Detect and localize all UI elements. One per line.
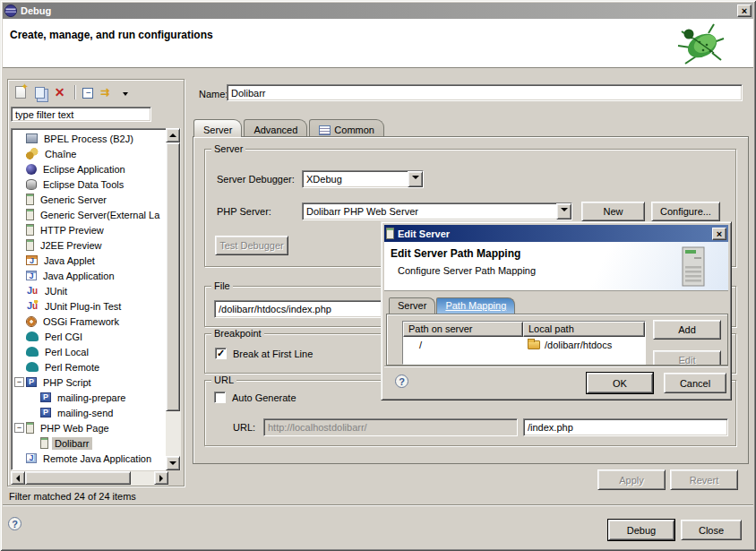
tab-dialog-server[interactable]: Server xyxy=(389,297,435,314)
tree-item-perl-remote[interactable]: Perl Remote xyxy=(12,359,168,375)
tab-advanced[interactable]: Advanced xyxy=(244,119,307,137)
scroll-down-icon[interactable] xyxy=(166,456,180,470)
duplicate-configuration-icon[interactable] xyxy=(35,87,45,99)
tab-server-label: Server xyxy=(203,125,232,135)
url-path-input[interactable] xyxy=(523,418,728,436)
tree-item-j2ee-preview[interactable]: J2EE Preview xyxy=(12,237,168,253)
column-local-path[interactable]: Local path xyxy=(523,322,645,337)
table-row[interactable]: / /dolibarr/htdocs xyxy=(403,337,645,353)
close-button[interactable]: Close xyxy=(681,520,742,540)
revert-button[interactable]: Revert xyxy=(670,469,738,490)
tree-item-php-web-page[interactable]: −PHP Web Page xyxy=(12,420,168,435)
new-configuration-icon[interactable] xyxy=(15,86,26,99)
debug-configurations-window: Debug × Create, manage, and run configur… xyxy=(0,0,756,551)
tree-item-label: mailing-send xyxy=(55,407,116,419)
horizontal-scroll-thumb[interactable] xyxy=(25,471,131,485)
tree-item-perl-local[interactable]: Perl Local xyxy=(12,344,168,359)
scroll-up-icon[interactable] xyxy=(166,128,180,142)
tree-indent xyxy=(14,347,24,357)
edit-server-tabs: Server Path Mapping xyxy=(389,297,516,314)
ok-button[interactable]: OK xyxy=(587,373,653,393)
configure-button[interactable]: Configure... xyxy=(651,202,720,221)
tab-common[interactable]: Common xyxy=(309,119,384,137)
dialog-help-icon[interactable]: ? xyxy=(395,375,408,388)
window-title: Debug xyxy=(21,5,51,16)
server-type-icon xyxy=(26,224,34,236)
url-group-title: URL xyxy=(211,375,236,385)
vertical-scroll-thumb[interactable] xyxy=(166,142,180,411)
tab-server[interactable]: Server xyxy=(193,119,242,137)
server-type-icon xyxy=(26,194,34,205)
window-titlebar[interactable]: Debug × xyxy=(3,3,753,19)
delete-configuration-icon[interactable]: ✕ xyxy=(52,85,67,99)
tree-horizontal-scrollbar[interactable] xyxy=(11,471,168,486)
tree-item-dolibarr[interactable]: Dolibarr xyxy=(26,435,168,451)
type-filter-input[interactable] xyxy=(11,107,151,122)
tree-item-java-application[interactable]: JJava Application xyxy=(12,268,168,283)
server-type-icon xyxy=(26,422,34,434)
apply-button[interactable]: Apply xyxy=(597,469,666,490)
edit-server-titlebar[interactable]: Edit Server × xyxy=(384,225,728,242)
tree-indent xyxy=(14,133,24,143)
rjava-type-icon: J xyxy=(26,453,37,463)
tree-item-osgi-framework[interactable]: OSGi Framework xyxy=(12,314,168,329)
tree-item-cha-ne[interactable]: Chaîne xyxy=(12,146,168,161)
path-mapping-table[interactable]: Path on server Local path / /dolibarr/ht… xyxy=(402,321,646,365)
tree-item-label: Perl Local xyxy=(42,346,91,358)
collapse-toggle-icon[interactable]: − xyxy=(14,377,24,387)
tree-item-junit[interactable]: JUnit xyxy=(12,283,168,298)
tree-item-generic-server[interactable]: Generic Server xyxy=(12,192,168,207)
debug-bug-icon xyxy=(673,22,725,67)
scroll-left-icon[interactable] xyxy=(11,471,25,485)
tab-common-label: Common xyxy=(334,125,374,135)
test-debugger-button[interactable]: Test Debugger xyxy=(215,236,288,255)
break-first-line-checkbox[interactable] xyxy=(215,348,227,359)
server-debugger-select[interactable]: XDebug xyxy=(302,170,424,188)
help-icon[interactable]: ? xyxy=(8,517,21,530)
debug-button[interactable]: Debug xyxy=(608,520,674,540)
toolbar-menu-dropdown-icon[interactable] xyxy=(123,92,128,99)
collapse-all-icon[interactable] xyxy=(82,88,93,99)
page-title: Create, manage, and run configurations xyxy=(10,29,213,41)
tree-item-generic-server-external-la[interactable]: Generic Server(External La xyxy=(12,207,168,222)
tree-item-eclipse-application[interactable]: Eclipse Application xyxy=(12,161,168,176)
auto-generate-checkbox[interactable] xyxy=(214,392,226,403)
column-path-on-server[interactable]: Path on server xyxy=(403,322,523,337)
tree-item-mailing-prepare[interactable]: Pmailing-prepare xyxy=(26,390,168,405)
tree-item-java-applet[interactable]: JJava Applet xyxy=(12,253,168,268)
osgi-type-icon xyxy=(26,316,37,327)
tree-item-label: OSGi Framework xyxy=(40,315,122,328)
window-close-icon[interactable]: × xyxy=(737,4,752,17)
path-mapping-content: Path on server Local path / /dolibarr/ht… xyxy=(386,314,728,366)
tree-item-php-script[interactable]: −PPHP Script xyxy=(12,375,168,390)
folder-icon xyxy=(528,340,540,349)
filter-options-icon[interactable]: ⇉ xyxy=(100,85,116,99)
local-path-value: /dolibarr/htdocs xyxy=(545,340,612,350)
dropdown-arrow-icon[interactable] xyxy=(408,171,423,187)
dropdown-arrow-icon[interactable] xyxy=(556,203,571,220)
new-server-button[interactable]: New xyxy=(581,202,645,221)
tree-item-remote-java-application[interactable]: JRemote Java Application xyxy=(12,451,168,466)
tree-item-junit-plug-in-test[interactable]: JUnit Plug-in Test xyxy=(12,298,168,314)
tree-vertical-scrollbar[interactable] xyxy=(166,128,181,470)
tree-item-http-preview[interactable]: HTTP Preview xyxy=(12,222,168,237)
tree-item-mailing-send[interactable]: Pmailing-send xyxy=(26,405,168,420)
tree-item-perl-cgi[interactable]: Perl CGI xyxy=(12,329,168,344)
add-mapping-button[interactable]: Add xyxy=(653,320,721,340)
tab-path-mapping[interactable]: Path Mapping xyxy=(436,297,515,314)
scroll-right-icon[interactable] xyxy=(154,471,168,485)
tree-item-eclipse-data-tools[interactable]: Eclipse Data Tools xyxy=(12,176,168,192)
tree-item-bpel-process-b2j[interactable]: BPEL Process (B2J) xyxy=(12,131,168,146)
tree-indent xyxy=(14,271,24,280)
edit-mapping-button[interactable]: Edit xyxy=(653,350,721,366)
php-server-select[interactable]: Dolibarr PHP Web Server xyxy=(302,202,572,220)
collapse-toggle-icon[interactable]: − xyxy=(14,423,24,433)
tree-indent xyxy=(14,453,24,463)
tree-item-label: Generic Server xyxy=(38,194,109,206)
cancel-button[interactable]: Cancel xyxy=(664,373,726,393)
perl-type-icon xyxy=(26,347,39,357)
config-tree[interactable]: BPEL Process (B2J)ChaîneEclipse Applicat… xyxy=(11,128,168,470)
edit-server-close-icon[interactable]: × xyxy=(712,228,726,240)
name-input[interactable] xyxy=(227,84,743,101)
edit-server-header: Edit Server Path Mapping Configure Serve… xyxy=(384,242,728,291)
